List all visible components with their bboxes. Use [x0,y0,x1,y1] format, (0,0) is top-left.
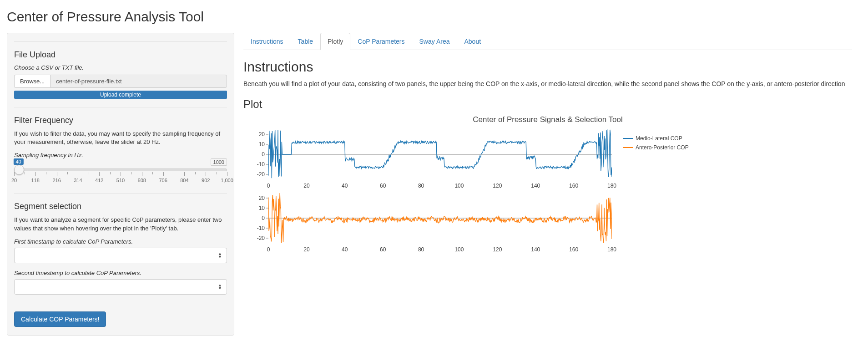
filter-heading: Filter Frequency [14,116,227,125]
svg-text:0: 0 [262,215,265,221]
svg-text:40: 40 [342,183,348,189]
svg-text:-20: -20 [257,171,265,178]
frequency-slider[interactable]: 40 1000 201182163144125106087068049021,0… [14,168,227,185]
instructions-heading: Instructions [243,59,852,75]
slider-tick-label: 902 [202,178,210,183]
chart-container[interactable]: Center of Pressure Signals & Selection T… [243,115,852,255]
slider-tick-label: 1,000 [221,178,233,183]
chart-title: Center of Pressure Signals & Selection T… [243,115,852,124]
tab-about[interactable]: About [457,33,488,50]
tab-cop-params[interactable]: CoP Parameters [350,33,412,50]
svg-text:20: 20 [303,183,310,189]
slider-tick-label: 804 [180,178,188,183]
svg-text:0: 0 [262,151,265,158]
svg-text:120: 120 [493,183,502,189]
slider-tick-label: 20 [11,178,17,183]
slider-max-bubble: 1000 [211,158,227,166]
svg-text:120: 120 [493,246,502,253]
sidebar: File Upload Choose a CSV or TXT file. Br… [7,33,234,336]
legend-item[interactable]: Medio-Lateral COP [623,135,689,142]
calculate-button[interactable]: Calculate COP Parameters! [14,311,106,327]
svg-text:20: 20 [259,131,265,138]
file-upload-help: Choose a CSV or TXT file. [14,64,227,71]
second-ts-label: Second timestamp to calculate CoP Parame… [14,270,227,276]
tab-instructions[interactable]: Instructions [243,33,291,50]
slider-tick-label: 706 [159,178,167,183]
segment-help: If you want to analyze a segment for spe… [14,216,227,232]
svg-text:-10: -10 [257,161,265,168]
slider-tick-label: 510 [116,178,125,183]
tab-plotly[interactable]: Plotly [320,33,350,50]
stepper-icon[interactable]: ▲▼ [218,252,222,259]
chart-legend: Medio-Lateral COPAntero-Posterior COP [616,127,689,255]
svg-text:-10: -10 [257,225,265,231]
instructions-body: Beneath you will find a plot of your dat… [243,79,852,89]
file-name-display: center-of-pressure-file.txt [50,75,227,88]
svg-text:20: 20 [303,246,310,253]
slider-tick-label: 216 [52,178,61,183]
svg-text:40: 40 [342,246,348,253]
main-content: InstructionsTablePlotlyCoP ParametersSwa… [243,33,861,336]
tab-table[interactable]: Table [291,33,320,50]
slider-label: Sampling frequency in Hz. [14,152,227,158]
browse-button[interactable]: Browse... [14,75,50,88]
nav-tabs: InstructionsTablePlotlyCoP ParametersSwa… [243,33,852,50]
svg-text:60: 60 [380,183,386,189]
second-timestamp-input[interactable]: ▲▼ [14,279,227,295]
legend-item[interactable]: Antero-Posterior COP [623,144,689,151]
slider-track[interactable] [14,168,227,171]
filter-help: If you wish to filter the data, you may … [14,130,227,146]
stepper-icon[interactable]: ▲▼ [218,284,222,290]
plot-heading: Plot [243,98,852,111]
svg-text:0: 0 [267,246,270,253]
slider-tick-label: 118 [31,178,40,183]
tab-sway[interactable]: Sway Area [412,33,457,50]
svg-text:20: 20 [259,195,265,201]
svg-text:60: 60 [380,246,386,253]
svg-text:180: 180 [607,183,616,189]
svg-text:160: 160 [569,246,578,253]
file-upload-heading: File Upload [14,50,227,60]
page-title: Center of Pressure Analysis Tool [7,9,861,25]
svg-text:10: 10 [259,141,265,148]
slider-value-bubble: 40 [13,158,23,165]
chart-panel-0[interactable]: -20-1001020020406080100120140160180 [243,127,616,191]
first-timestamp-input[interactable]: ▲▼ [14,248,227,263]
svg-text:-20: -20 [257,235,265,241]
svg-text:100: 100 [454,183,464,189]
svg-text:80: 80 [418,183,424,189]
slider-tick-label: 314 [74,178,82,183]
upload-progress: Upload complete [14,91,227,99]
slider-tick-label: 412 [95,178,103,183]
chart-panel-1[interactable]: -20-1001020020406080100120140160180 [243,191,616,255]
svg-text:0: 0 [267,183,270,189]
svg-text:140: 140 [531,183,540,189]
svg-text:160: 160 [569,183,578,189]
svg-text:140: 140 [531,246,540,253]
segment-heading: Segment selection [14,202,227,211]
first-ts-label: First timestamp to calculate CoP Paramet… [14,238,227,245]
svg-text:10: 10 [259,205,265,211]
slider-tick-label: 608 [138,178,146,183]
svg-text:180: 180 [607,246,616,253]
file-input[interactable]: Browse... center-of-pressure-file.txt [14,75,227,88]
svg-text:80: 80 [418,246,424,253]
svg-text:100: 100 [454,246,464,253]
